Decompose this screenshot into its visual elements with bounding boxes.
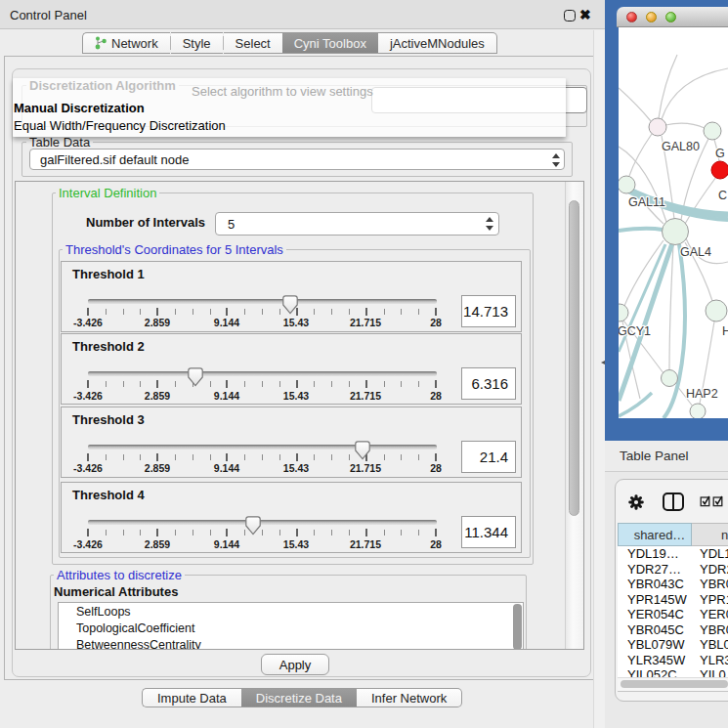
svg-text:G: G	[715, 147, 725, 160]
svg-text:GAL80: GAL80	[662, 140, 700, 153]
svg-text:H: H	[722, 324, 728, 338]
svg-text:GAL4: GAL4	[680, 245, 711, 259]
svg-text:GCY1: GCY1	[619, 324, 651, 338]
svg-text:C: C	[718, 189, 727, 202]
svg-text:GAL11: GAL11	[628, 195, 665, 209]
svg-text:HAP2: HAP2	[686, 387, 718, 401]
